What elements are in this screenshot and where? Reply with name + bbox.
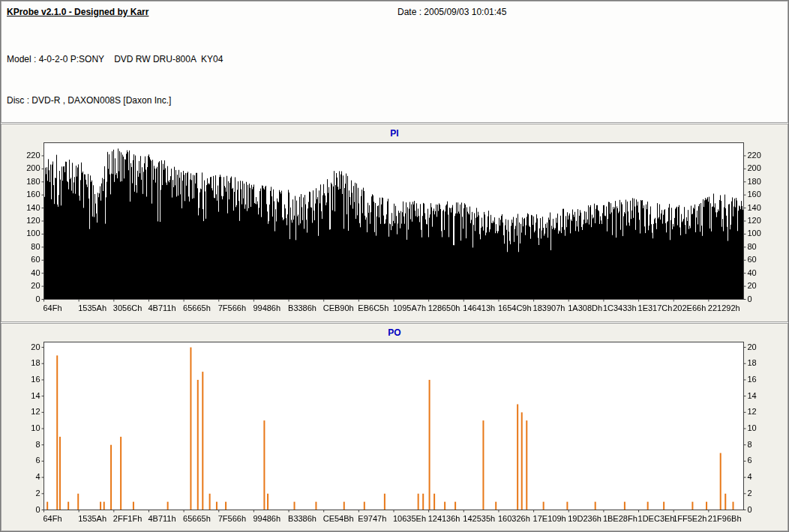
po-chart-title: PO	[2, 324, 788, 340]
kprobe-window: KProbe v2.1.0 - Designed by Karr Date : …	[0, 0, 789, 532]
model-info: Model : 4-0-2-0 P:SONY DVD RW DRU-800A K…	[7, 52, 223, 66]
pi-chart-canvas	[2, 141, 788, 321]
disc-info: Disc : DVD-R , DAXON008S [Daxon Inc.]	[7, 94, 223, 107]
scan-date: Date : 2005/09/03 10:01:45	[398, 7, 506, 17]
po-chart-panel: PO	[1, 323, 788, 531]
po-chart-canvas	[2, 340, 788, 531]
app-title: KProbe v2.1.0 - Designed by Karr	[7, 7, 148, 17]
pi-chart-panel: PI	[1, 124, 788, 322]
scan-info-panel: KProbe v2.1.0 - Designed by Karr Date : …	[1, 1, 788, 123]
pi-chart-title: PI	[2, 124, 788, 141]
